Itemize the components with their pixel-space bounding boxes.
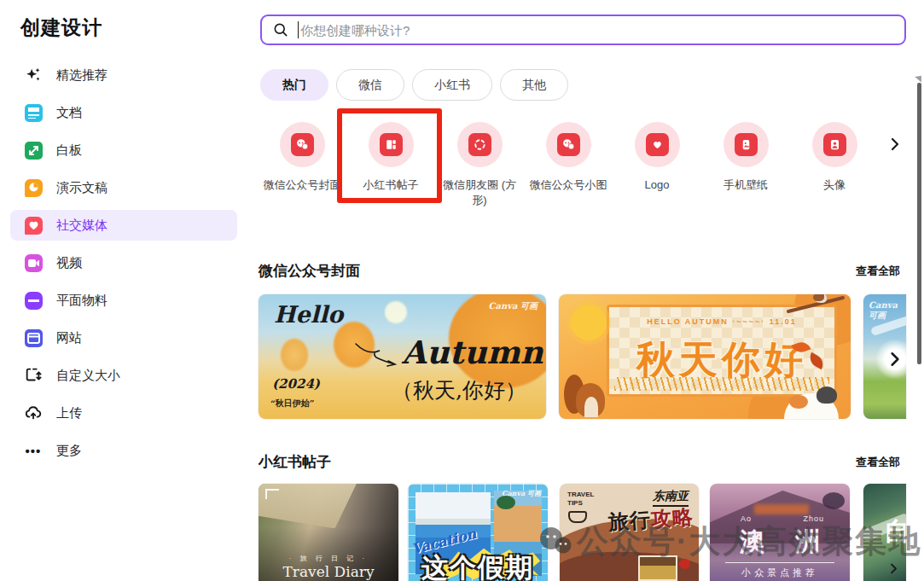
cat-shape	[784, 385, 839, 419]
search-icon	[272, 21, 289, 38]
category-avatar[interactable]: 头像	[790, 115, 879, 208]
wechat-bubbles-icon	[291, 133, 314, 156]
sidebar-item-label: 网站	[56, 330, 82, 346]
chevron-right-icon[interactable]	[875, 125, 915, 164]
squiggle-arrow	[354, 339, 405, 368]
see-all-link[interactable]: 查看全部	[856, 264, 900, 279]
filter-pills: 热门 微信 小红书 其他	[260, 69, 568, 101]
filter-pill-other[interactable]: 其他	[500, 69, 568, 101]
chevron-right-icon[interactable]	[880, 556, 906, 580]
sidebar-item-label: 文档	[56, 105, 82, 121]
chevron-right-icon[interactable]	[875, 340, 915, 379]
coffee-cup-shape	[568, 511, 587, 523]
template-thumbnail-autumn-banner[interactable]: HELLO AUTUMN ·~~~~· 11.01 秋天你好	[559, 294, 851, 419]
sparkles-icon	[24, 66, 43, 84]
sidebar-item-docs[interactable]: 文档	[10, 97, 237, 128]
page-title: 创建设计	[20, 15, 102, 41]
sidebar-item-label: 白板	[56, 142, 82, 159]
avatar-icon	[823, 133, 846, 156]
sidebar-item-more[interactable]: ••• 更多	[10, 435, 237, 466]
filter-pill-xiaohongshu[interactable]: 小红书	[412, 69, 492, 101]
canva-watermark: Canva 可画	[869, 300, 906, 322]
presentation-icon	[24, 178, 43, 197]
sidebar-item-print[interactable]: 平面物料	[10, 285, 237, 316]
template-card-vacation[interactable]: Vacation 这个假期 Canva 可画	[408, 484, 548, 581]
sidebar-item-custom-size[interactable]: 自定义大小	[10, 360, 237, 391]
sidebar-item-label: 自定义大小	[56, 368, 120, 384]
template-card-travel-diary[interactable]: · 旅 行 日 记 · Travel Diary	[259, 484, 398, 581]
canva-watermark: Canva 可画	[489, 300, 538, 312]
text-caret	[298, 21, 299, 38]
heart-icon	[646, 133, 669, 156]
search-bar[interactable]	[260, 15, 906, 45]
section-header-wechat-cover: 微信公众号封面 查看全部	[259, 261, 900, 281]
category-row: 微信公众号封面 小红书帖子 微信朋友圈 (方形) 微信公众号小图 Logo 手机…	[258, 115, 879, 208]
section-title: 小红书帖子	[259, 452, 331, 472]
custom-size-icon	[24, 366, 43, 385]
more-dots-icon: •••	[24, 441, 43, 460]
whiteboard-icon	[24, 141, 43, 160]
squirrel-shape	[564, 369, 608, 417]
sidebar-item-social-media[interactable]: 社交媒体	[10, 210, 237, 241]
website-icon	[24, 328, 43, 347]
scrollbar-arrow	[915, 73, 924, 82]
moments-aperture-icon	[468, 133, 491, 156]
category-wechat-moments[interactable]: 微信朋友圈 (方形)	[435, 115, 524, 208]
sidebar-item-presentation[interactable]: 演示文稿	[10, 172, 237, 203]
upload-cloud-icon	[24, 404, 43, 422]
section-header-xiaohongshu: 小红书帖子 查看全部	[259, 452, 900, 472]
category-phone-wallpaper[interactable]: 手机壁纸	[701, 115, 790, 208]
sidebar-item-label: 上传	[56, 405, 82, 421]
sidebar-item-label: 社交媒体	[56, 218, 108, 234]
canva-watermark: Canva 可画	[502, 489, 541, 498]
sidebar-item-featured[interactable]: 精选推荐	[10, 60, 237, 90]
sidebar-item-website[interactable]: 网站	[10, 322, 237, 353]
template-card-travel-tips[interactable]: TRAVEL TIPS 东南亚 旅行攻略	[560, 484, 699, 581]
template-card-australia[interactable]: Ao Zhou 澳 洲 小众景点推荐	[710, 484, 850, 581]
sidebar-item-label: 精选推荐	[56, 67, 108, 84]
sidebar-item-label: 视频	[56, 255, 82, 271]
category-wechat-cover[interactable]: 微信公众号封面	[258, 115, 346, 208]
category-wechat-thumb[interactable]: 微信公众号小图	[524, 115, 613, 208]
video-icon	[24, 253, 43, 272]
grid-post-icon	[380, 133, 403, 156]
see-all-link[interactable]: 查看全部	[856, 455, 900, 470]
wechat-bubbles-icon	[557, 133, 580, 156]
template-thumbnail-autumn-painting[interactable]: Hello Autumn （秋天,你好） (2024) “秋日伊始” Canva…	[259, 294, 546, 419]
docs-icon	[24, 103, 43, 122]
sidebar: 精选推荐 文档 白板 演示文稿 社交媒体	[10, 60, 237, 473]
sidebar-item-video[interactable]: 视频	[10, 247, 237, 278]
section-title: 微信公众号封面	[259, 261, 360, 281]
sidebar-item-whiteboard[interactable]: 白板	[10, 135, 237, 166]
search-input[interactable]	[300, 23, 894, 38]
filter-pill-hot[interactable]: 热门	[260, 69, 328, 101]
social-media-icon	[24, 216, 43, 235]
sidebar-item-label: 演示文稿	[56, 180, 108, 196]
category-xiaohongshu-post[interactable]: 小红书帖子	[346, 115, 435, 208]
category-logo[interactable]: Logo	[613, 115, 701, 208]
scrollbar-thumb[interactable]	[917, 83, 921, 364]
bird-shape	[813, 294, 827, 303]
temple-photo-shape	[638, 555, 677, 581]
sun-shape	[571, 305, 607, 340]
sidebar-item-label: 平面物料	[56, 293, 108, 309]
print-icon	[24, 291, 43, 310]
sidebar-item-upload[interactable]: 上传	[10, 398, 237, 428]
filter-pill-wechat[interactable]: 微信	[336, 69, 404, 101]
sidebar-item-label: 更多	[56, 443, 82, 459]
phone-wallpaper-icon	[735, 133, 758, 156]
